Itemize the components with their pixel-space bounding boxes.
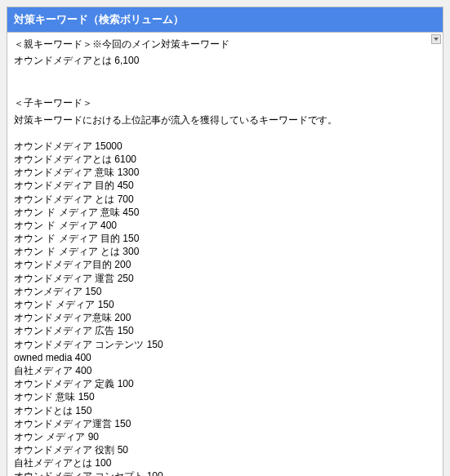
spacer bbox=[14, 130, 436, 140]
list-item: オウンドメディア 15000 bbox=[14, 140, 436, 153]
list-item: 自社メディアとは 100 bbox=[14, 456, 436, 469]
list-item: オウン ド メディア 意味 450 bbox=[14, 206, 436, 219]
child-keyword-description: 対策キーワードにおける上位記事が流入を獲得しているキーワードです。 bbox=[14, 113, 436, 127]
panel-header: 対策キーワード（検索ボリューム） bbox=[7, 7, 443, 33]
list-item: オウンメディア 150 bbox=[14, 285, 436, 298]
keyword-panel: 対策キーワード（検索ボリューム） ＜親キーワード＞※今回のメイン対策キーワード … bbox=[7, 7, 443, 476]
list-item: オウンド メディア 150 bbox=[14, 298, 436, 311]
list-item: オウンドメディア コンテンツ 150 bbox=[14, 338, 436, 351]
list-item: owned media 400 bbox=[14, 351, 436, 364]
list-item: オウン ド メディア 目的 150 bbox=[14, 232, 436, 245]
parent-keyword-heading: ＜親キーワード＞※今回のメイン対策キーワード bbox=[14, 38, 436, 51]
list-item: 自社メディア 400 bbox=[14, 364, 436, 377]
list-item: オウンドメディアとは 6100 bbox=[14, 153, 436, 166]
list-item: オウンドメディア とは 700 bbox=[14, 193, 436, 206]
child-keyword-heading: ＜子キーワード＞ bbox=[14, 96, 436, 109]
list-item: オウン ド メディア 400 bbox=[14, 219, 436, 232]
list-item: オウンドメディア 広告 150 bbox=[14, 324, 436, 337]
panel-body-wrap: ＜親キーワード＞※今回のメイン対策キーワード オウンドメディアとは 6,100 … bbox=[7, 33, 443, 476]
list-item: オウン メディア 90 bbox=[14, 430, 436, 443]
list-item: オウンドメディア コンセプト 100 bbox=[14, 469, 436, 476]
list-item: オウンドメディア 運営 250 bbox=[14, 272, 436, 285]
child-keyword-list: オウンドメディア 15000オウンドメディアとは 6100オウンドメディア 意味… bbox=[14, 140, 436, 476]
list-item: オウンドメディア 定義 100 bbox=[14, 377, 436, 390]
parent-keyword-entry: オウンドメディアとは 6,100 bbox=[14, 54, 436, 67]
panel-body: ＜親キーワード＞※今回のメイン対策キーワード オウンドメディアとは 6,100 … bbox=[7, 33, 443, 476]
list-item: オウン ド メディア とは 300 bbox=[14, 245, 436, 258]
list-item: オウンドメディア 目的 450 bbox=[14, 179, 436, 192]
list-item: オウンドメディア 役割 50 bbox=[14, 443, 436, 456]
list-item: オウンドメディア目的 200 bbox=[14, 258, 436, 271]
spacer bbox=[14, 70, 436, 96]
list-item: オウンドとは 150 bbox=[14, 404, 436, 417]
chevron-down-icon bbox=[434, 38, 439, 41]
list-item: オウンドメディア意味 200 bbox=[14, 311, 436, 324]
dropdown-toggle-button[interactable] bbox=[431, 34, 441, 44]
list-item: オウンドメディア 意味 1300 bbox=[14, 166, 436, 179]
panel-title: 対策キーワード（検索ボリューム） bbox=[14, 13, 184, 25]
list-item: オウンドメディア運営 150 bbox=[14, 417, 436, 430]
svg-marker-0 bbox=[434, 38, 439, 41]
list-item: オウンド 意味 150 bbox=[14, 390, 436, 403]
